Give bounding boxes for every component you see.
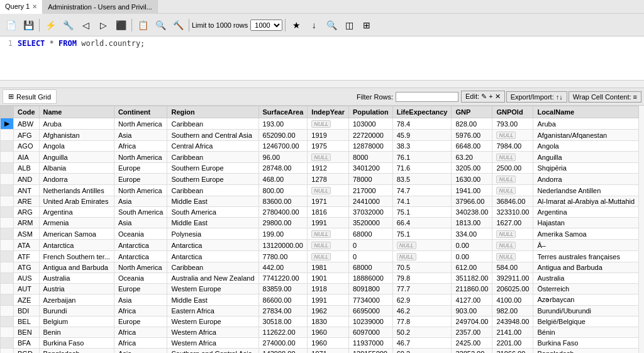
cell-name: French Southern ter...: [39, 251, 114, 262]
table-row[interactable]: AUSAustraliaOceaniaAustralia and New Zea…: [1, 273, 639, 284]
table-row[interactable]: ALBAlbaniaEuropeSouthern Europe28748.001…: [1, 163, 639, 174]
wrench-button[interactable]: 🔨: [170, 17, 186, 33]
table-row[interactable]: AREUnited Arab EmiratesAsiaMiddle East83…: [1, 196, 639, 207]
table-row[interactable]: BDIBurundiAfricaEastern Africa27834.0019…: [1, 306, 639, 317]
search-button[interactable]: 🔍: [323, 17, 340, 33]
table-row[interactable]: BFABurkina FasoAfricaWestern Africa27400…: [1, 338, 639, 349]
export-button[interactable]: ↓: [306, 17, 322, 33]
table-row[interactable]: AZEAzerbaijanAsiaMiddle East86600.001991…: [1, 294, 639, 306]
cell-gnp: 2425.00: [452, 338, 492, 349]
cell-population: 6097000: [348, 327, 392, 338]
tab-admin[interactable]: Administration - Users and Privil...: [43, 0, 158, 14]
col-header-region[interactable]: Region: [167, 106, 258, 118]
cell-localname: Nederlandse Antillen: [533, 185, 639, 196]
export-import-button[interactable]: Export/Import: ↑↓: [506, 91, 567, 103]
table-row[interactable]: AFGAfghanistanAsiaSouthern and Central A…: [1, 130, 639, 141]
sql-content[interactable]: SELECT * FROM world.country;: [18, 39, 641, 77]
cell-surfacearea: 28748.00: [258, 163, 308, 174]
edit-button[interactable]: Edit: ✎ + ✕: [461, 91, 505, 103]
cell-code: AUS: [14, 273, 40, 284]
tab-query1-close[interactable]: ✕: [32, 3, 37, 10]
cell-continent: North America: [114, 262, 167, 273]
cell-region: Caribbean: [167, 262, 258, 273]
cell-region: Antarctica: [167, 251, 258, 262]
cell-lifeexpectancy: 38.3: [392, 141, 452, 152]
cell-surfacearea: 96.00: [258, 152, 308, 163]
col-header-name[interactable]: Name: [39, 106, 114, 118]
new-file-button[interactable]: 📄: [3, 17, 19, 33]
col-header-surfacearea[interactable]: SurfaceArea: [258, 106, 308, 118]
table-row[interactable]: BGDBangladeshAsiaSouthern and Central As…: [1, 349, 639, 354]
table-row[interactable]: AUTAustriaEuropeWestern Europe83859.0019…: [1, 284, 639, 294]
wrap-icon: ≡: [633, 93, 637, 101]
format-button[interactable]: 📋: [135, 17, 151, 33]
table-row[interactable]: ARGArgentinaSouth AmericaSouth America27…: [1, 207, 639, 218]
forward-button[interactable]: ▷: [95, 17, 111, 33]
cell-lifeexpectancy: 62.9: [392, 294, 452, 306]
cell-localname: Argentina: [533, 207, 639, 218]
table-row[interactable]: BENBeninAfricaWestern Africa112622.00196…: [1, 327, 639, 338]
col-header-gnpold[interactable]: GNPOld: [492, 106, 533, 118]
cell-indepyear: NULL: [308, 251, 349, 262]
cell-lifeexpectancy: 76.1: [392, 152, 452, 163]
horizontal-scroll[interactable]: [0, 81, 644, 88]
cell-localname: Terres australes françaises: [533, 251, 639, 262]
cell-gnp: 211860.00: [452, 284, 492, 294]
col-header-localname[interactable]: LocalName: [533, 106, 639, 118]
cell-gnpold: 584.00: [492, 262, 533, 273]
bookmark-button[interactable]: ★: [288, 17, 304, 33]
col-header-continent[interactable]: Continent: [114, 106, 167, 118]
row-indicator: [1, 228, 14, 240]
cell-surfacearea: 7741220.00: [258, 273, 308, 284]
toggle2-button[interactable]: ⊞: [358, 17, 375, 33]
sql-from-keyword: FROM: [58, 39, 77, 48]
table-row[interactable]: ATGAntigua and BarbudaNorth AmericaCarib…: [1, 262, 639, 273]
table-row[interactable]: BELBelgiumEuropeWestern Europe30518.0018…: [1, 317, 639, 327]
result-table: Code Name Continent Region SurfaceArea I…: [0, 106, 639, 353]
cell-name: Burundi: [39, 306, 114, 317]
row-indicator: [1, 141, 14, 152]
back-button[interactable]: ◁: [77, 17, 94, 33]
limit-rows-select[interactable]: 1000 500 200: [250, 20, 282, 31]
table-row[interactable]: ATFFrench Southern ter...AntarcticaAntar…: [1, 251, 639, 262]
col-header-code[interactable]: Code: [14, 106, 40, 118]
save-button[interactable]: 💾: [20, 17, 36, 33]
cell-code: BFA: [14, 338, 40, 349]
col-header-indepyear[interactable]: IndepYear: [308, 106, 349, 118]
cell-surfacearea: 274000.00: [258, 338, 308, 349]
table-row[interactable]: ASMAmerican SamoaOceaniaPolynesia199.00N…: [1, 228, 639, 240]
cell-localname: Andorra: [533, 174, 639, 185]
tab-result-grid[interactable]: ⊞ Result Grid: [3, 89, 57, 104]
cell-region: Caribbean: [167, 118, 258, 130]
toggle1-button[interactable]: ◫: [341, 17, 357, 33]
tab-query1[interactable]: Query 1 ✕: [0, 0, 43, 14]
table-row[interactable]: AIAAnguillaNorth AmericaCaribbean96.00NU…: [1, 152, 639, 163]
table-row[interactable]: ANDAndorraEuropeSouthern Europe468.00127…: [1, 174, 639, 185]
table-row[interactable]: ANTNetherlands AntillesNorth AmericaCari…: [1, 185, 639, 196]
cell-gnpold: 2201.00: [492, 338, 533, 349]
cell-gnpold: NULL: [492, 152, 533, 163]
cell-lifeexpectancy: NULL: [392, 240, 452, 251]
col-header-lifeexpectancy[interactable]: LifeExpectancy: [392, 106, 452, 118]
cell-code: BGD: [14, 349, 40, 354]
explain-button[interactable]: 🔍: [152, 17, 169, 33]
cell-code: BEN: [14, 327, 40, 338]
wrap-button[interactable]: Wrap Cell Content: ≡: [569, 91, 641, 103]
filter-input[interactable]: [396, 92, 458, 102]
table-row[interactable]: ▶ABWArubaNorth AmericaCaribbean193.00NUL…: [1, 118, 639, 130]
cell-code: ANT: [14, 185, 40, 196]
result-table-container[interactable]: Code Name Continent Region SurfaceArea I…: [0, 106, 644, 353]
cell-population: 0: [348, 251, 392, 262]
table-row[interactable]: ARMArmeniaAsiaMiddle East29800.001991352…: [1, 218, 639, 228]
table-row[interactable]: ATAAntarcticaAntarcticaAntarctica1312000…: [1, 240, 639, 251]
stop-button[interactable]: ⬛: [113, 17, 129, 33]
cell-name: Armenia: [39, 218, 114, 228]
execute-button[interactable]: ⚡: [42, 17, 58, 33]
table-row[interactable]: AGOAngolaAfricaCentral Africa1246700.001…: [1, 141, 639, 152]
cell-name: American Samoa: [39, 228, 114, 240]
col-header-gnp[interactable]: GNP: [452, 106, 492, 118]
execute-continue-button[interactable]: 🔧: [60, 17, 76, 33]
col-header-population[interactable]: Population: [348, 106, 392, 118]
cell-gnp: 37966.00: [452, 196, 492, 207]
cell-region: South America: [167, 207, 258, 218]
